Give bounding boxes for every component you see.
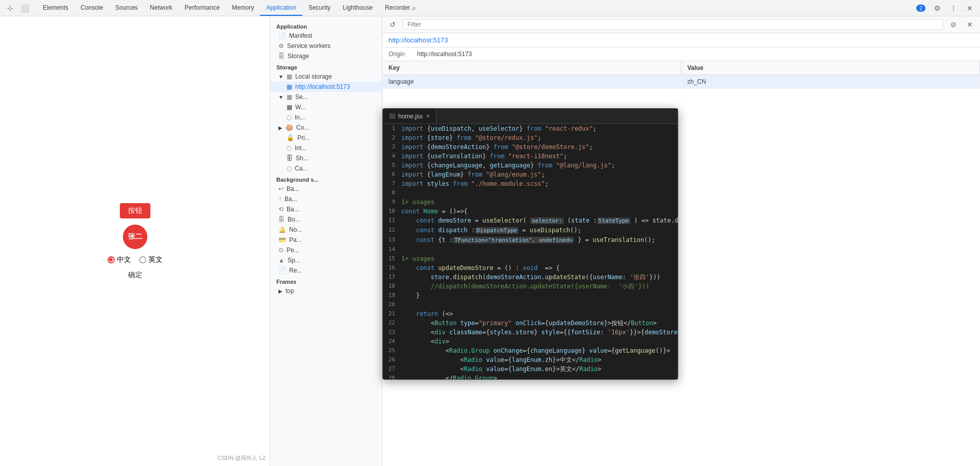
bg-sync-icon: ⟲ <box>278 206 283 213</box>
cursor-icon[interactable]: ⊹ <box>4 2 16 14</box>
tab-performance[interactable]: Performance <box>178 0 226 16</box>
tab-recorder[interactable]: Recorder ⌕ <box>379 0 422 16</box>
bounce-tracking-icon: 🗄 <box>278 216 285 223</box>
sidebar-item-notifications[interactable]: 🔔 No... <box>270 225 382 235</box>
session-storage-expand-icon: ▼ <box>278 94 283 100</box>
sidebar-item-indexeddb-label: In... <box>295 114 305 121</box>
sidebar-item-manifest[interactable]: 📄 Manifest <box>270 31 382 41</box>
tab-sources[interactable]: Sources <box>109 0 144 16</box>
tab-console[interactable]: Console <box>74 0 109 16</box>
sidebar-item-bfcache[interactable]: ↩ Ba... <box>270 184 382 194</box>
sidebar-item-private-state[interactable]: 🔒 Pri... <box>270 133 382 143</box>
code-line-19: 19 } <box>383 291 678 300</box>
code-line-17: 17 store.dispatch(demoStoreAction.update… <box>383 273 678 282</box>
devtools-tabs: Elements Console Sources Network Perform… <box>37 0 911 16</box>
local-storage-expand-icon: ▼ <box>278 74 283 80</box>
sidebar-item-storage-top[interactable]: 🗄 Storage <box>270 51 382 61</box>
code-line-12: 12 const dispatch :DispatchType = useDis… <box>383 226 678 235</box>
radio-english[interactable]: 英文 <box>139 255 163 264</box>
tab-elements[interactable]: Elements <box>37 0 74 16</box>
bfcache-icon: ↩ <box>278 185 283 192</box>
periodic-sync-icon: ⊙ <box>278 247 283 254</box>
localhost-icon: ▦ <box>287 83 292 90</box>
tab-application[interactable]: Application <box>260 0 302 16</box>
session-child-icon: ▦ <box>287 104 292 111</box>
code-line-16: 16 const updateDemoStore = () : void => … <box>383 263 678 273</box>
sidebar-item-bounce-tracking-label: Bo... <box>288 216 300 223</box>
filter-input[interactable] <box>407 21 939 28</box>
tab-network[interactable]: Network <box>144 0 178 16</box>
notifications-icon: 🔔 <box>278 226 286 233</box>
sidebar-item-localhost[interactable]: ▦ http://localhost:5173 <box>270 82 382 92</box>
sidebar-item-interest-groups-label: Int... <box>295 144 306 152</box>
app-content: 按钮 张二 中文 英文 确定 <box>108 203 163 280</box>
sidebar-item-cache-storage-label: Ca... <box>295 165 307 172</box>
refresh-icon[interactable]: ↺ <box>386 18 399 31</box>
devtools-top-right: 2 ⚙ ⋮ ✕ <box>915 2 976 14</box>
storage-url-bar: http://localhost:5173 <box>382 33 980 47</box>
radio-chinese[interactable]: 中文 <box>108 255 131 264</box>
code-editor-tab[interactable]: ⬛ home.jsx ✕ <box>383 109 436 124</box>
origin-value: http://localhost:5173 <box>417 51 472 58</box>
tab-memory[interactable]: Memory <box>226 0 260 16</box>
sidebar-item-bg-fetch-label: Ba... <box>285 195 297 203</box>
sidebar-item-shared-storage[interactable]: 🗄 Sh... <box>270 153 382 163</box>
sidebar-item-cache-storage[interactable]: ◌ Ca... <box>270 163 382 174</box>
sidebar-item-push-messaging[interactable]: ▲ Sp... <box>270 255 382 265</box>
header-value: Value <box>681 61 980 75</box>
sidebar-item-cookies[interactable]: ▶ 🍪 Co... <box>270 122 382 133</box>
more-icon[interactable]: ⋮ <box>947 2 960 14</box>
cookies-expand-icon: ▶ <box>278 125 282 131</box>
sidebar-item-bg-sync[interactable]: ⟲ Ba... <box>270 204 382 214</box>
devtools-inner: Application 📄 Manifest ⚙ Service workers… <box>270 16 980 466</box>
cookies-icon: 🍪 <box>286 124 293 131</box>
sidebar-item-reporting-label: Re... <box>289 267 302 274</box>
sidebar-item-reporting[interactable]: 📄 Re... <box>270 265 382 276</box>
code-line-18: 18 //dispatch(demoStoreAction.updateStat… <box>383 282 678 291</box>
confirm-button[interactable]: 确定 <box>128 271 142 280</box>
interest-groups-icon: ◌ <box>287 144 292 152</box>
sidebar-item-storage-top-label: Storage <box>288 53 309 60</box>
sidebar-item-session-child[interactable]: ▦ W... <box>270 102 382 112</box>
app-button[interactable]: 按钮 <box>120 203 150 218</box>
payment-icon: 💳 <box>278 236 286 243</box>
sidebar-item-payment[interactable]: 💳 Pa... <box>270 235 382 245</box>
sidebar-item-bounce-tracking[interactable]: 🗄 Bo... <box>270 214 382 225</box>
close-filter-icon[interactable]: ✕ <box>964 18 976 31</box>
sidebar-item-periodic-sync[interactable]: ⊙ Pe... <box>270 245 382 255</box>
sidebar-item-service-workers[interactable]: ⚙ Service workers <box>270 41 382 51</box>
reporting-icon: 📄 <box>278 267 286 274</box>
sidebar-item-interest-groups[interactable]: ◌ Int... <box>270 143 382 153</box>
radio-label-english: 英文 <box>148 255 163 264</box>
settings-icon[interactable]: ⚙ <box>931 2 943 14</box>
code-line-15: 151+ usages <box>383 254 678 263</box>
sidebar-item-indexeddb[interactable]: ◌ In... <box>270 112 382 122</box>
device-icon[interactable]: ⬜ <box>18 2 31 14</box>
sidebar-item-notifications-label: No... <box>289 226 302 233</box>
tab-security[interactable]: Security <box>302 0 337 16</box>
storage-detail: ↺ ⊘ ✕ http://localhost:5173 Origin http:… <box>382 16 980 466</box>
devtools-topbar: ⊹ ⬜ Elements Console Sources Network Per… <box>0 0 980 16</box>
clear-filter-icon[interactable]: ⊘ <box>947 18 960 31</box>
sidebar-item-payment-label: Pa... <box>289 236 302 243</box>
sidebar-item-push-messaging-label: Sp... <box>288 257 300 264</box>
sidebar-item-top-frame[interactable]: ▶ top <box>270 286 382 296</box>
sidebar-item-shared-storage-label: Sh... <box>296 155 308 162</box>
code-line-28: 28 </Radio.Group> <box>383 374 678 379</box>
code-line-11: 11 const demoStore = useSelector( select… <box>383 216 678 226</box>
sidebar-item-session-storage[interactable]: ▼ ▦ Se... <box>270 92 382 102</box>
shared-storage-icon: 🗄 <box>287 155 293 162</box>
code-line-24: 24 <div> <box>383 337 678 346</box>
code-editor-body: 1import {useDispatch, useSelector} from … <box>383 124 678 379</box>
sidebar-item-manifest-label: Manifest <box>289 32 312 39</box>
service-workers-icon: ⚙ <box>278 42 284 50</box>
close-icon[interactable]: ✕ <box>964 2 976 14</box>
sidebar-item-bg-fetch[interactable]: ↑ Ba... <box>270 194 382 204</box>
app-preview: 按钮 张二 中文 英文 确定 CSDN @局外人 LZ <box>0 16 270 466</box>
code-tab-close-icon[interactable]: ✕ <box>426 113 430 119</box>
tab-lighthouse[interactable]: Lighthouse <box>337 0 379 16</box>
sidebar-item-local-storage[interactable]: ▼ ▦ Local storage <box>270 71 382 82</box>
table-row[interactable]: language zh_CN <box>382 75 980 89</box>
code-line-10: 10const Home = ()=>{ <box>383 207 678 216</box>
badge-notifications[interactable]: 2 <box>915 2 927 14</box>
